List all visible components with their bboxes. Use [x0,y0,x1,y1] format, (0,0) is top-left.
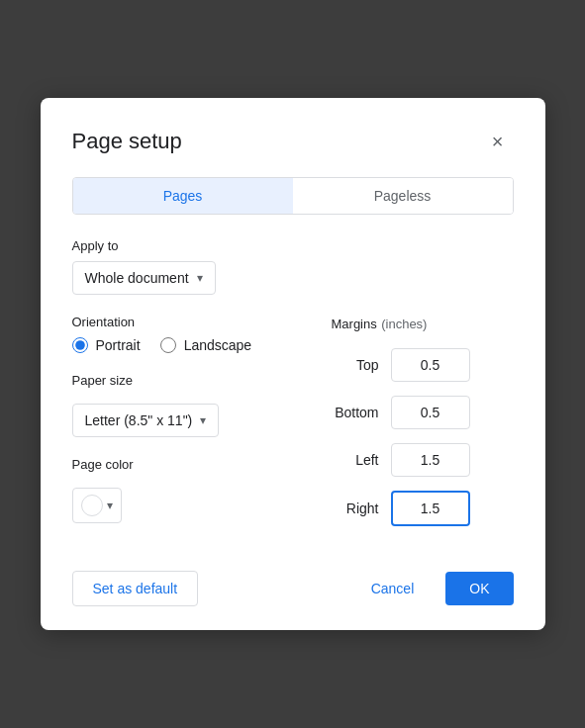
page-setup-dialog: Page setup × Pages Pageless Apply to Who… [41,98,545,630]
right-margin-input[interactable] [391,491,470,526]
dialog-title: Page setup [72,129,182,154]
portrait-label: Portrait [96,337,141,353]
right-margin-label: Right [332,500,379,516]
margins-unit: (inches) [381,317,427,331]
top-margin-label: Top [332,357,379,373]
margins-section: Margins (inches) Top Bottom Left Right [316,315,514,543]
landscape-radio[interactable] [160,337,176,353]
portrait-option[interactable]: Portrait [72,337,141,353]
right-margin-row: Right [332,491,514,526]
landscape-label: Landscape [184,337,252,353]
paper-size-section: Paper size Letter (8.5" x 11") ▾ [72,373,316,437]
tab-pageless[interactable]: Pageless [293,178,513,214]
cancel-button[interactable]: Cancel [351,572,435,605]
paper-size-label: Paper size [72,373,316,388]
margins-header: Margins (inches) [332,315,514,332]
apply-to-value: Whole document [85,270,189,286]
paper-size-value: Letter (8.5" x 11") [85,412,193,428]
margins-label: Margins [332,317,377,331]
apply-to-section: Apply to Whole document ▾ [72,238,514,315]
bottom-margin-row: Bottom [332,396,514,429]
landscape-option[interactable]: Landscape [160,337,252,353]
set-as-default-button[interactable]: Set as default [72,571,199,606]
apply-to-label: Apply to [72,238,514,253]
color-swatch [81,495,103,516]
left-margin-input[interactable] [391,443,470,477]
top-margin-input[interactable] [391,348,470,382]
tab-group: Pages Pageless [72,177,514,215]
dialog-header: Page setup × [72,126,514,157]
left-margin-label: Left [332,452,379,468]
chevron-down-icon: ▾ [200,413,206,427]
dialog-footer: Set as default Cancel OK [72,571,514,606]
page-color-section: Page color ▾ [72,457,316,523]
orientation-radio-group: Portrait Landscape [72,337,316,353]
close-button[interactable]: × [482,126,514,157]
chevron-down-icon: ▾ [107,499,113,512]
bottom-margin-input[interactable] [391,396,470,429]
page-color-label: Page color [72,457,316,472]
ok-button[interactable]: OK [445,572,513,605]
chevron-down-icon: ▾ [197,271,203,285]
apply-to-dropdown[interactable]: Whole document ▾ [72,261,216,295]
bottom-margin-label: Bottom [332,405,379,420]
left-margin-row: Left [332,443,514,477]
portrait-radio[interactable] [72,337,88,353]
footer-right-buttons: Cancel OK [351,572,514,605]
left-column: Orientation Portrait Landscape Paper siz… [72,315,316,543]
paper-size-dropdown[interactable]: Letter (8.5" x 11") ▾ [72,404,220,437]
page-color-button[interactable]: ▾ [72,488,122,523]
orientation-label: Orientation [72,315,316,329]
main-content: Orientation Portrait Landscape Paper siz… [72,315,514,543]
tab-pages[interactable]: Pages [73,178,293,214]
orientation-section: Orientation Portrait Landscape [72,315,316,353]
top-margin-row: Top [332,348,514,382]
